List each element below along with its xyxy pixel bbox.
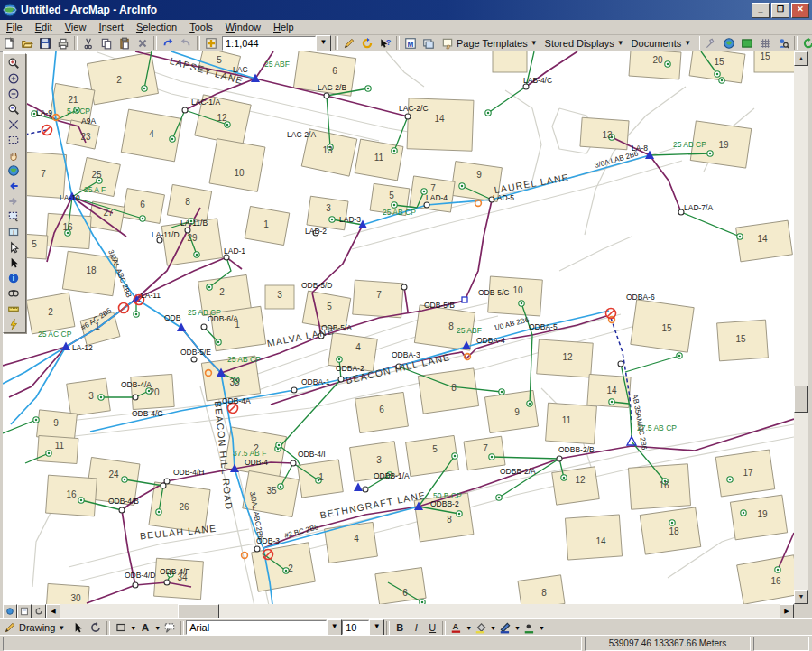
zoom-in-button[interactable] xyxy=(4,55,23,70)
documents-menu[interactable]: Documents▼ xyxy=(628,35,696,51)
menu-tools[interactable]: Tools xyxy=(183,21,219,33)
new-button[interactable] xyxy=(0,35,18,51)
handptr-icon xyxy=(441,37,454,50)
editor-button[interactable] xyxy=(340,35,358,51)
map-area[interactable]: 2562015152123412725101413111319146827197… xyxy=(3,51,794,604)
geography-network-button[interactable] xyxy=(720,35,738,51)
open-button[interactable] xyxy=(18,35,36,51)
zoom-to-selected-button[interactable] xyxy=(4,116,23,132)
line-color-button[interactable] xyxy=(496,620,514,636)
refresh-view-button[interactable] xyxy=(32,604,46,618)
close-button[interactable]: ✕ xyxy=(791,3,809,18)
scroll-right-button[interactable]: ▶ xyxy=(780,604,794,618)
font-color-button[interactable]: A xyxy=(448,620,466,636)
conductor-size-label: 25 AB CP xyxy=(227,355,261,364)
fixed-zoom-out-button[interactable] xyxy=(4,86,23,101)
vertical-scrollbar[interactable]: ▲ ▼ xyxy=(794,51,808,604)
menu-window[interactable]: Window xyxy=(219,21,267,33)
window-tile-button[interactable] xyxy=(420,35,438,51)
menu-selection[interactable]: Selection xyxy=(130,21,183,33)
underline-button[interactable]: U xyxy=(424,620,440,635)
whats-this-button[interactable]: ? xyxy=(376,35,394,51)
undo-button[interactable] xyxy=(159,35,177,51)
minimize-button[interactable]: _ xyxy=(752,3,770,18)
menu-insert[interactable]: Insert xyxy=(92,21,130,33)
marker-color-button[interactable] xyxy=(521,620,539,636)
menu-view[interactable]: View xyxy=(59,21,93,33)
chevron-down-icon[interactable]: ▼ xyxy=(130,625,136,631)
go-forward-button[interactable] xyxy=(4,193,23,209)
chevron-down-icon[interactable]: ▼ xyxy=(154,625,161,631)
cut-button[interactable] xyxy=(79,35,97,51)
restore-button[interactable]: ❐ xyxy=(771,3,789,18)
scroll-left-button[interactable]: ◀ xyxy=(46,604,60,618)
service-point-marker xyxy=(338,358,340,360)
save-button[interactable] xyxy=(36,35,54,51)
map-scale-dropdown[interactable]: ▼ xyxy=(316,35,331,51)
map-document-button[interactable]: M xyxy=(401,35,420,51)
scroll-down-button[interactable]: ▼ xyxy=(794,590,808,604)
utility-tool-button[interactable] xyxy=(702,35,720,51)
font-size-input[interactable] xyxy=(342,620,369,635)
map-scale-combo[interactable]: ▼ xyxy=(222,35,331,51)
font-name-input[interactable] xyxy=(186,620,327,635)
drawing-menu[interactable]: Drawing▼ xyxy=(0,620,69,636)
vertical-scroll-thumb[interactable] xyxy=(794,386,808,413)
select-elements-drawing-button[interactable] xyxy=(69,620,87,636)
grid-tool-button[interactable] xyxy=(756,35,774,51)
fill-color-button[interactable] xyxy=(472,620,490,636)
chevron-down-icon[interactable]: ▼ xyxy=(514,625,521,631)
menu-edit[interactable]: Edit xyxy=(29,21,59,33)
data-view-button[interactable] xyxy=(3,604,17,618)
chevron-down-icon[interactable]: ▼ xyxy=(490,625,496,631)
page-templates-menu[interactable]: Page Templates▼ xyxy=(438,35,541,51)
callout-tool-button[interactable] xyxy=(161,620,179,636)
linecolor-icon xyxy=(499,621,512,634)
junction-node xyxy=(401,284,407,290)
measure-button[interactable] xyxy=(4,301,23,316)
chevron-down-icon[interactable]: ▼ xyxy=(466,625,472,631)
identify-button[interactable]: i xyxy=(4,270,23,285)
refresh-button[interactable] xyxy=(799,35,812,51)
pan-button[interactable] xyxy=(4,147,23,163)
text-tool-button[interactable]: A xyxy=(136,620,154,636)
hyperlink-button[interactable] xyxy=(4,316,23,331)
copy-button[interactable] xyxy=(97,35,115,51)
menu-help[interactable]: Help xyxy=(267,21,300,33)
arccatalog-button[interactable] xyxy=(358,35,376,51)
layout-view-button[interactable] xyxy=(17,604,32,618)
menu-file[interactable]: File xyxy=(0,21,29,33)
print-button[interactable] xyxy=(54,35,72,51)
map-canvas[interactable]: 2562015152123412725101413111319146827197… xyxy=(3,51,794,604)
paste-button[interactable] xyxy=(115,35,134,51)
map-scale-input[interactable] xyxy=(222,36,316,51)
del-button[interactable] xyxy=(134,35,152,51)
add-data-button[interactable] xyxy=(202,35,220,51)
full-extent-button[interactable] xyxy=(4,163,23,178)
stored-displays-menu[interactable]: Stored Displays▼ xyxy=(541,35,628,51)
bold-button[interactable]: B xyxy=(392,620,408,635)
horizontal-scroll-thumb[interactable] xyxy=(178,604,219,618)
select-features-button[interactable] xyxy=(4,209,23,224)
horizontal-scroll-track[interactable] xyxy=(60,604,780,618)
go-back-button[interactable] xyxy=(4,178,23,193)
previous-extent-button[interactable] xyxy=(4,132,23,147)
extent-tool-button[interactable] xyxy=(738,35,756,51)
horizontal-scrollbar[interactable]: ◀ ▶ xyxy=(3,604,794,618)
italic-button[interactable]: I xyxy=(408,620,424,635)
scroll-up-button[interactable]: ▲ xyxy=(794,51,808,66)
fixed-zoom-in-button[interactable] xyxy=(4,70,23,86)
redo-button[interactable] xyxy=(177,35,195,51)
rotate-button[interactable] xyxy=(87,620,105,636)
find-button[interactable] xyxy=(4,285,23,301)
select-elements-button[interactable] xyxy=(4,255,23,270)
select-by-layer-button[interactable]: i xyxy=(4,224,23,239)
junction-node xyxy=(405,114,411,119)
shape-tool-button[interactable] xyxy=(112,620,130,636)
fixzoomout-icon xyxy=(7,88,20,100)
equipment-label: ODB-4/D xyxy=(125,571,155,580)
select-graphics-button[interactable] xyxy=(4,239,23,255)
zoom-out-button[interactable] xyxy=(4,101,23,116)
chevron-down-icon[interactable]: ▼ xyxy=(539,625,545,631)
find-user-button[interactable] xyxy=(774,35,792,51)
